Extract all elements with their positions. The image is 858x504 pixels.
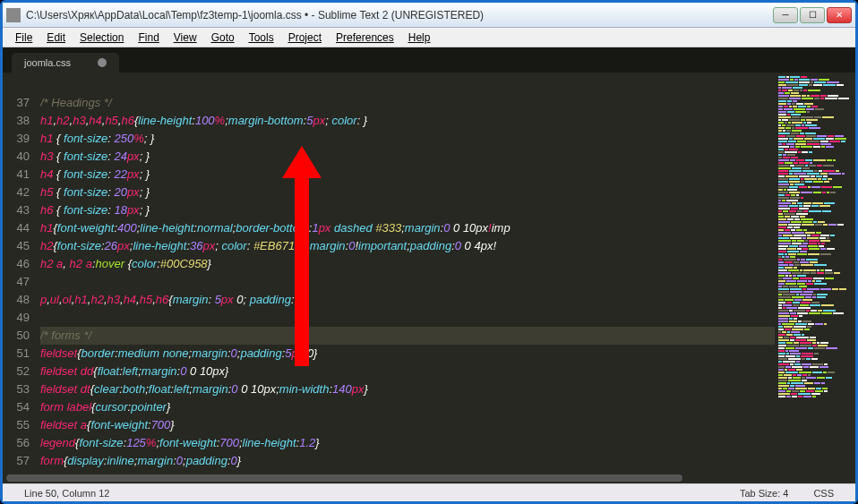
titlebar[interactable]: C:\Users\Хряк\AppData\Local\Temp\fz3temp… [3, 3, 855, 28]
status-position[interactable]: Line 50, Column 12 [12, 488, 122, 499]
menu-selection[interactable]: Selection [73, 30, 131, 46]
code-container: 37 38 39 40 41 42 43 44 45 46 47 48 49 5… [3, 73, 855, 473]
status-tabsize[interactable]: Tab Size: 4 [727, 488, 801, 499]
window-controls: ─ ☐ ✕ [773, 7, 852, 23]
editor-area: joomla.css 37 38 39 40 41 42 43 44 45 46… [3, 47, 855, 483]
tab-label: joomla.css [24, 57, 71, 68]
scrollbar-thumb[interactable] [6, 474, 682, 482]
horizontal-scrollbar[interactable] [3, 473, 855, 483]
tab-joomla-css[interactable]: joomla.css [12, 53, 119, 73]
menu-edit[interactable]: Edit [39, 30, 73, 46]
close-button[interactable]: ✕ [827, 7, 852, 23]
statusbar: Line 50, Column 12 Tab Size: 4 CSS [3, 483, 855, 501]
tab-bar: joomla.css [3, 47, 855, 73]
status-syntax[interactable]: CSS [801, 488, 846, 499]
menu-file[interactable]: File [8, 30, 39, 46]
maximize-button[interactable]: ☐ [800, 7, 825, 23]
minimize-button[interactable]: ─ [773, 7, 798, 23]
line-gutter[interactable]: 37 38 39 40 41 42 43 44 45 46 47 48 49 5… [3, 73, 40, 473]
menubar: File Edit Selection Find View Goto Tools… [3, 28, 855, 47]
app-window: C:\Users\Хряк\AppData\Local\Temp\fz3temp… [0, 0, 858, 504]
menu-view[interactable]: View [167, 30, 204, 46]
menu-preferences[interactable]: Preferences [329, 30, 401, 46]
menu-find[interactable]: Find [131, 30, 166, 46]
code-editor[interactable]: /* Headings */h1,h2,h3,h4,h5,h6{line-hei… [40, 73, 775, 473]
menu-help[interactable]: Help [401, 30, 438, 46]
menu-goto[interactable]: Goto [204, 30, 242, 46]
minimap[interactable] [775, 73, 855, 473]
menu-tools[interactable]: Tools [242, 30, 281, 46]
window-title: C:\Users\Хряк\AppData\Local\Temp\fz3temp… [26, 9, 773, 21]
menu-project[interactable]: Project [281, 30, 329, 46]
tab-dirty-indicator-icon [98, 58, 107, 67]
app-icon [6, 8, 21, 22]
